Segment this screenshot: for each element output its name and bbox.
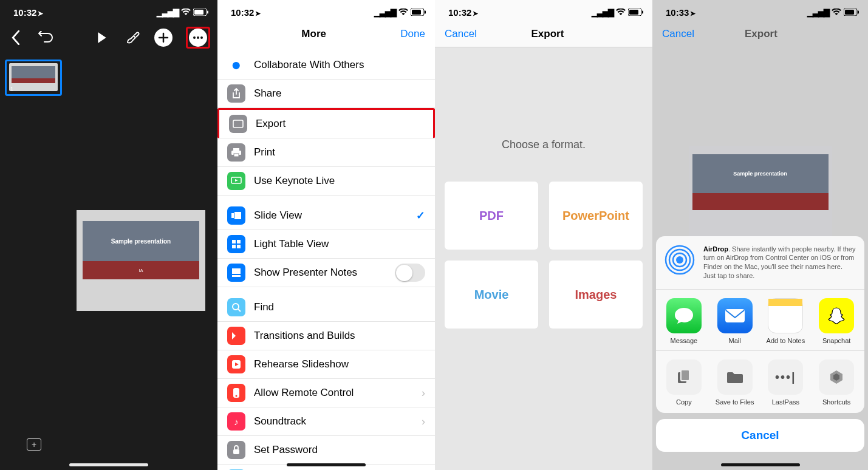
shortcuts-icon — [819, 359, 854, 395]
status-bar: 10:33➤ ▁▃▅▇ — [652, 0, 868, 21]
row-rehearse[interactable]: Rehearse Slideshow — [217, 350, 435, 379]
svg-rect-1 — [194, 10, 203, 15]
add-button[interactable] — [154, 29, 173, 47]
svg-rect-32 — [845, 10, 854, 15]
format-brush-icon[interactable] — [124, 29, 141, 46]
message-icon — [666, 298, 702, 333]
snapchat-icon — [819, 298, 854, 333]
slide-title: Sample presentation — [111, 238, 171, 245]
lock-icon — [227, 441, 245, 459]
presenter-notes-toggle[interactable] — [395, 264, 425, 282]
chevron-right-icon: › — [422, 415, 425, 428]
row-collaborate[interactable]: ● Collaborate With Others — [217, 51, 435, 80]
action-save-files[interactable]: Save to Files — [712, 359, 758, 406]
svg-rect-20 — [232, 268, 241, 274]
row-set-password[interactable]: Set Password — [217, 436, 435, 465]
location-icon: ➤ — [473, 10, 478, 18]
share-sheet-screen: 10:33➤ ▁▃▅▇ Cancel Export Sample present… — [652, 0, 868, 470]
editor-toolbar — [0, 21, 217, 55]
row-find[interactable]: Find — [217, 293, 435, 322]
rehearse-icon — [227, 355, 245, 373]
svg-rect-33 — [858, 11, 859, 14]
airdrop-text: AirDrop. Share instantly with people nea… — [703, 245, 856, 281]
svg-rect-2 — [207, 11, 208, 14]
airdrop-row[interactable]: AirDrop. Share instantly with people nea… — [656, 236, 864, 290]
cellular-icon: ▁▃▅▇ — [592, 8, 613, 17]
slide-thumb-1[interactable]: 1 — [5, 60, 62, 96]
mail-icon — [717, 298, 753, 333]
status-icons: ▁▃▅▇ — [807, 8, 859, 17]
transitions-icon — [227, 327, 245, 345]
share-actions-row: Copy Save to Files •••| LastPass Shortcu… — [656, 351, 864, 413]
action-lastpass[interactable]: •••| LastPass — [762, 359, 808, 406]
remote-icon — [227, 384, 245, 402]
done-button[interactable]: Done — [400, 28, 425, 40]
wifi-icon — [398, 9, 408, 16]
format-movie[interactable]: Movie — [445, 261, 538, 329]
action-shortcuts[interactable]: Shortcuts — [813, 359, 859, 406]
battery-icon — [193, 9, 209, 16]
wifi-icon — [181, 9, 191, 16]
svg-rect-40 — [681, 370, 689, 381]
svg-point-3 — [193, 36, 196, 39]
add-slide-button[interactable]: + — [27, 438, 41, 451]
battery-icon — [844, 9, 859, 16]
svg-rect-14 — [231, 213, 234, 218]
play-icon[interactable] — [94, 29, 111, 46]
back-icon[interactable] — [7, 29, 24, 46]
page-title: Export — [453, 28, 643, 40]
row-transitions[interactable]: Transitions and Builds — [217, 322, 435, 350]
svg-rect-26 — [233, 449, 239, 454]
home-indicator[interactable] — [69, 463, 148, 466]
share-message[interactable]: Message — [661, 298, 707, 344]
battery-icon — [411, 9, 426, 16]
page-title: More — [301, 28, 326, 40]
row-remote[interactable]: Allow Remote Control › — [217, 379, 435, 407]
lastpass-icon: •••| — [768, 359, 803, 395]
slide-canvas[interactable]: Sample presentation IA — [77, 210, 205, 311]
location-icon: ➤ — [255, 10, 261, 18]
cellular-icon: ▁▃▅▇ — [807, 8, 829, 17]
share-notes[interactable]: Add to Notes — [762, 298, 808, 344]
format-powerpoint[interactable]: PowerPoint — [549, 182, 643, 250]
svg-rect-12 — [234, 154, 239, 157]
share-cancel-button[interactable]: Cancel — [656, 419, 864, 452]
svg-rect-16 — [232, 240, 236, 244]
format-chooser: Choose a format. PDF PowerPoint Movie Im… — [435, 47, 652, 329]
slide-thumbnails: 1 — [0, 55, 217, 101]
row-light-table[interactable]: Light Table View — [217, 230, 435, 259]
row-presenter-notes[interactable]: Show Presenter Notes — [217, 259, 435, 287]
row-soundtrack[interactable]: ♪ Soundtrack › — [217, 407, 435, 436]
row-print[interactable]: Print — [217, 138, 435, 167]
svg-rect-10 — [233, 148, 239, 151]
svg-point-4 — [197, 36, 199, 39]
share-snapchat[interactable]: Snapchat — [813, 298, 859, 344]
format-pdf[interactable]: PDF — [445, 182, 538, 250]
location-icon: ➤ — [690, 10, 695, 18]
row-keynote-live[interactable]: Use Keynote Live — [217, 167, 435, 196]
navbar: More Done — [217, 21, 435, 47]
more-button-highlight — [186, 27, 210, 49]
location-icon: ➤ — [38, 10, 43, 18]
cellular-icon: ▁▃▅▇ — [157, 8, 179, 17]
navbar: Cancel Export — [652, 21, 868, 47]
row-export-label[interactable]: Export — [256, 118, 423, 130]
row-share[interactable]: Share — [217, 80, 435, 108]
status-bar: 10:32➤ ▁▃▅▇ — [435, 0, 652, 21]
page-title: Export — [664, 28, 858, 40]
action-copy[interactable]: Copy — [661, 359, 707, 406]
more-button[interactable] — [189, 29, 207, 47]
share-sheet: AirDrop. Share instantly with people nea… — [656, 236, 864, 452]
row-slide-view[interactable]: Slide View ✓ — [217, 202, 435, 230]
share-icon — [227, 84, 245, 103]
svg-point-22 — [233, 304, 239, 310]
home-indicator[interactable] — [287, 463, 366, 466]
slide-subtitle: IA — [139, 268, 143, 273]
wifi-icon — [832, 9, 841, 16]
navbar: Cancel Export — [435, 21, 652, 47]
cellular-icon: ▁▃▅▇ — [374, 8, 396, 17]
share-mail[interactable]: Mail — [712, 298, 758, 344]
undo-icon[interactable] — [38, 29, 55, 46]
home-indicator[interactable] — [721, 463, 800, 466]
format-images[interactable]: Images — [549, 261, 643, 329]
